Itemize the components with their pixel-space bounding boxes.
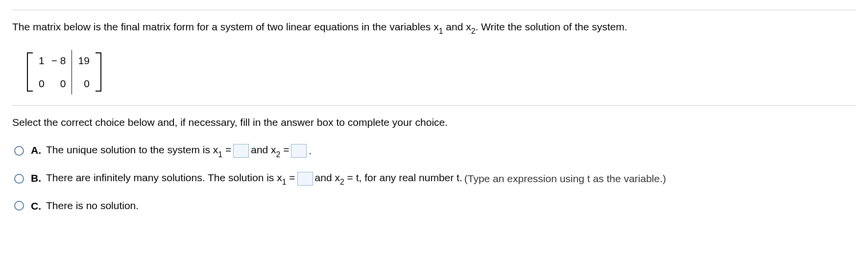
matrix-cell: 0 [78,76,89,92]
matrix-cell: 1 [39,53,45,69]
option-b-input-x1[interactable] [297,172,313,186]
prompt-text-2: and x [443,21,471,32]
option-b-text-2: and x2 = t, for any real number t. [315,170,462,187]
matrix-cell: 0 [39,76,45,92]
matrix-cell: 19 [78,53,89,69]
option-a: A. The unique solution to the system is … [14,142,856,159]
option-letter-c: C. [31,198,41,214]
option-a-text-2: and x2 = [251,142,289,159]
bracket-right [95,52,101,92]
radio-b[interactable] [14,174,24,184]
matrix-cell: 0 [51,76,66,92]
matrix-cell: − 8 [51,53,66,69]
instruction-text: Select the correct choice below and, if … [12,115,856,130]
option-c-text: There is no solution. [46,198,139,214]
option-b-text-1: There are infinitely many solutions. The… [46,170,295,187]
prompt-text-3: . Write the solution of the system. [475,21,627,32]
subscript-1: 1 [439,27,443,35]
option-b: B. There are infinitely many solutions. … [14,170,856,187]
option-b-hint: (Type an expression using t as the varia… [464,171,666,187]
radio-c[interactable] [14,201,24,211]
option-a-input-x1[interactable] [233,144,249,158]
option-a-input-x2[interactable] [291,144,307,158]
option-a-text-3: . [309,143,312,159]
prompt-text-1: The matrix below is the final matrix for… [12,21,439,32]
option-letter-a: A. [31,142,41,158]
matrix: 1 − 8 0 0 19 0 [27,50,101,95]
bracket-left [27,52,34,92]
subscript-2: 2 [471,27,476,35]
question-prompt: The matrix below is the final matrix for… [12,19,856,36]
option-a-text-1: The unique solution to the system is x1 … [46,142,231,159]
question-section: The matrix below is the final matrix for… [12,10,856,106]
option-letter-b: B. [31,170,41,186]
radio-a[interactable] [14,146,24,156]
option-c: C. There is no solution. [14,198,856,214]
